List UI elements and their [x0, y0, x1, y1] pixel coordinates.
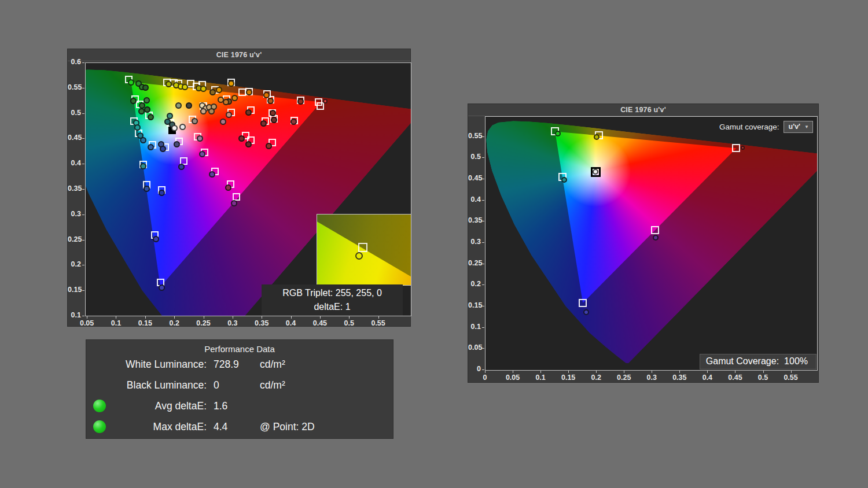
white-luminance-label: White Luminance:	[113, 358, 207, 371]
black-luminance-unit: cd/m²	[258, 379, 393, 391]
x-tick	[540, 371, 541, 373]
y-tick-label: 0.4	[468, 195, 481, 204]
y-tick	[482, 136, 484, 137]
x-tick-label: 0.3	[227, 319, 237, 327]
y-tick-label: 0.1	[68, 311, 81, 319]
y-tick-label: 0.15	[468, 301, 481, 309]
black-luminance-row: Black Luminance: 0 cd/m²	[86, 375, 393, 395]
x-tick-label: 0.1	[535, 374, 545, 382]
x-tick-label: 0.5	[344, 319, 354, 327]
y-tick	[82, 113, 84, 114]
x-tick-label: 0	[483, 374, 487, 382]
x-tick-label: 0.55	[784, 374, 797, 382]
y-tick	[482, 348, 484, 349]
x-tick-label: 0.1	[111, 319, 121, 327]
white-luminance-row: White Luminance: 728.9 cd/m²	[86, 354, 393, 375]
y-tick-label: 0.25	[68, 235, 81, 243]
x-tick-label: 0.05	[506, 374, 520, 382]
performance-data-panel: Performance Data White Luminance: 728.9 …	[86, 339, 393, 439]
x-tick-label: 0.2	[169, 319, 179, 327]
x-tick-label: 0.5	[758, 374, 768, 382]
y-tick	[82, 189, 84, 190]
black-luminance-label: Black Luminance:	[113, 379, 207, 391]
x-tick-label: 0.3	[647, 374, 657, 382]
x-tick-label: 0.05	[80, 319, 94, 327]
x-tick	[145, 316, 146, 319]
max-deltae-at-point: @ Point: 2D	[258, 421, 393, 433]
x-tick-label: 0.2	[591, 374, 601, 382]
y-tick	[482, 284, 484, 285]
x-tick	[707, 371, 708, 373]
x-tick-label: 0.15	[561, 374, 575, 382]
y-tick-label: 0.55	[68, 83, 81, 91]
y-tick	[82, 215, 84, 215]
y-tick-label: 0.3	[468, 238, 481, 246]
y-tick	[82, 290, 84, 291]
y-tick-label: 0.35	[468, 216, 481, 224]
y-tick	[82, 88, 84, 88]
x-tick	[116, 316, 116, 319]
y-tick-label: 0.55	[468, 132, 481, 140]
y-tick-label: 0.4	[68, 159, 81, 167]
x-tick-label: 0.35	[255, 319, 269, 327]
x-tick	[791, 371, 792, 373]
x-tick	[652, 371, 652, 373]
y-tick-label: 0.2	[468, 280, 481, 288]
y-tick-label: 0.25	[468, 259, 481, 267]
y-tick-label: 0.6	[68, 58, 81, 66]
x-tick	[204, 316, 204, 319]
y-tick	[482, 242, 484, 243]
x-tick-label: 0.15	[138, 319, 152, 327]
max-deltae-label: Max deltaE:	[113, 421, 207, 433]
x-tick	[233, 316, 233, 319]
avg-deltae-row: Avg deltaE: 1.6	[86, 395, 393, 416]
x-tick	[378, 316, 379, 319]
x-tick-label: 0.45	[313, 319, 327, 327]
x-tick-label: 0.55	[371, 319, 385, 327]
y-tick-label: 0.45	[468, 174, 481, 182]
y-tick-label: 0	[468, 365, 481, 373]
y-tick-label: 0.15	[68, 286, 81, 294]
x-tick-label: 0.4	[703, 374, 712, 382]
y-tick-label: 0.1	[468, 323, 481, 331]
avg-deltae-label: Avg deltaE:	[113, 400, 207, 412]
x-tick	[596, 371, 597, 373]
x-tick-label: 0.45	[728, 374, 742, 382]
y-tick-label: 0.45	[68, 134, 81, 142]
y-tick	[482, 369, 484, 370]
axes-left-chart: 0.050.10.150.20.250.30.350.40.450.50.550…	[68, 49, 410, 326]
x-tick	[513, 371, 513, 373]
pass-status-icon	[93, 420, 106, 433]
x-tick-label: 0.25	[617, 374, 631, 382]
y-tick	[482, 327, 484, 328]
x-tick	[568, 371, 569, 373]
y-tick	[82, 138, 84, 139]
y-tick	[482, 264, 484, 264]
white-luminance-value: 728.9	[207, 358, 258, 371]
y-tick-label: 0.5	[468, 153, 481, 161]
x-tick	[735, 371, 735, 373]
x-tick	[763, 371, 764, 373]
x-tick-label: 0.35	[672, 374, 686, 382]
y-tick	[82, 62, 84, 63]
x-tick	[679, 371, 680, 373]
x-tick	[87, 316, 87, 319]
x-tick	[291, 316, 292, 319]
max-deltae-row: Max deltaE: 4.4 @ Point: 2D	[86, 416, 393, 437]
y-tick	[82, 265, 84, 265]
white-luminance-unit: cd/m²	[258, 358, 393, 371]
axes-right-chart: 00.050.10.150.20.250.30.350.40.450.50.55…	[468, 104, 818, 382]
y-tick-label: 0.5	[68, 109, 81, 117]
avg-deltae-value: 1.6	[207, 400, 258, 412]
black-luminance-value: 0	[207, 379, 258, 391]
y-tick-label: 0.35	[68, 184, 81, 193]
cie-chart-panel-left: CIE 1976 u'v' RGB Triplet: 255, 255, 0 d…	[67, 49, 411, 327]
x-tick	[174, 316, 175, 319]
x-tick-label: 0.25	[196, 319, 210, 327]
y-tick	[482, 157, 484, 158]
y-tick	[482, 200, 484, 201]
y-tick	[482, 179, 484, 179]
y-tick-label: 0.2	[68, 260, 81, 268]
pass-status-icon	[93, 400, 106, 412]
x-tick	[349, 316, 350, 319]
